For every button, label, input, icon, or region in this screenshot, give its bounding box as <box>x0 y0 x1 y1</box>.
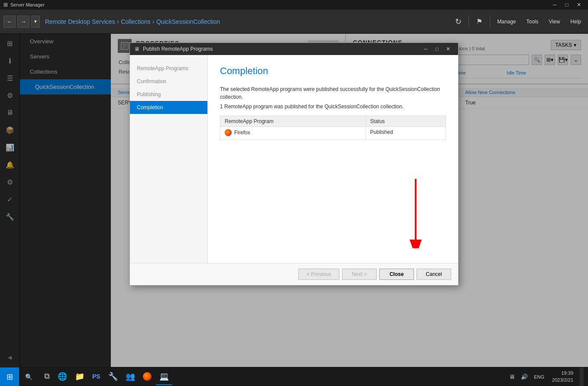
users-icon: 👥 <box>126 372 135 381</box>
taskview-icon: ⧉ <box>44 372 50 381</box>
view-menu-button[interactable]: View <box>546 17 564 26</box>
tray-corner-button[interactable] <box>579 367 584 386</box>
ie-icon: 🌐 <box>58 372 67 381</box>
wizard-steps: RemoteApp Programs Confirmation Publishi… <box>130 55 208 263</box>
manage-menu-button[interactable]: Manage <box>494 17 519 26</box>
back-button[interactable]: ← <box>3 16 16 28</box>
tools-menu-button[interactable]: Tools <box>523 17 542 26</box>
wizard-step-completion: Completion <box>130 101 207 114</box>
publish-remoteapp-dialog: 🖥 Publish RemoteApp Programs ─ □ ✕ Remot… <box>129 42 459 285</box>
modal-title-icon: 🖥 <box>134 46 139 52</box>
flag-button[interactable]: ⚑ <box>472 15 486 29</box>
taskbar-item-users[interactable]: 👥 <box>122 369 139 385</box>
tray-clock[interactable]: 19:39 2023/2/21 <box>549 370 577 383</box>
powershell-icon: PS <box>92 373 100 380</box>
taskbar-item-explorer[interactable]: 📁 <box>71 369 88 385</box>
tray-volume-icon[interactable]: 🔊 <box>519 372 530 382</box>
start-button[interactable]: ⊞ <box>0 367 19 386</box>
result-row: Firefox Published <box>220 127 446 140</box>
result-status: Published <box>365 127 446 140</box>
app-title: Server Manager <box>10 2 549 7</box>
taskbar-item-servermanager[interactable]: 💻 <box>156 369 172 385</box>
taskbar-item-tools[interactable]: 🔧 <box>105 369 121 385</box>
completion-message: The selected RemoteApp programs were pub… <box>220 85 446 101</box>
breadcrumb-qsc[interactable]: QuickSessionCollection <box>156 18 220 25</box>
minimize-button[interactable]: ─ <box>549 1 560 9</box>
modal-minimize-button[interactable]: ─ <box>420 45 431 53</box>
wizard-step-confirmation: Confirmation <box>130 75 207 88</box>
modal-close-button[interactable]: ✕ <box>443 45 454 53</box>
result-program: Firefox <box>220 127 366 140</box>
help-menu-button[interactable]: Help <box>567 17 585 26</box>
search-button[interactable]: 🔍 <box>19 367 38 386</box>
annotation-arrow <box>390 179 442 248</box>
modal-footer: < Previous Next > Close Cancel <box>130 263 458 285</box>
refresh-button[interactable]: ↻ <box>451 15 465 29</box>
wizard-step-publishing: Publishing <box>130 88 207 101</box>
completion-title: Completion <box>220 65 446 77</box>
cancel-button[interactable]: Cancel <box>417 269 451 280</box>
close-button[interactable]: ✕ <box>573 1 585 9</box>
wizard-step-remoteapp: RemoteApp Programs <box>130 62 207 75</box>
dropdown-nav-button[interactable]: ▼ <box>31 16 40 28</box>
forward-button[interactable]: → <box>17 16 29 28</box>
breadcrumb: Remote Desktop Services › Collections › … <box>45 18 451 26</box>
breadcrumb-collections[interactable]: Collections <box>121 18 150 25</box>
taskbar-item-powershell[interactable]: PS <box>89 369 104 385</box>
tray-lang-icon[interactable]: ENG <box>532 373 546 381</box>
app-icon: ⊞ <box>3 2 8 8</box>
maximize-button[interactable]: □ <box>561 1 572 9</box>
taskbar-item-firefox[interactable] <box>139 369 155 385</box>
firefox-taskbar-icon <box>143 372 152 381</box>
firefox-icon <box>225 129 232 136</box>
breadcrumb-rds[interactable]: Remote Desktop Services <box>45 18 115 25</box>
modal-maximize-button[interactable]: □ <box>431 45 443 53</box>
taskbar-item-ie[interactable]: 🌐 <box>54 369 71 385</box>
results-col-status: Status <box>365 116 446 127</box>
breadcrumb-sep1: › <box>117 18 119 26</box>
tray-network-icon[interactable]: 🖥 <box>507 372 517 382</box>
taskbar-item-taskview[interactable]: ⧉ <box>41 369 53 385</box>
modal-title: Publish RemoteApp Programs <box>143 46 420 52</box>
servermanager-icon: 💻 <box>159 372 169 381</box>
next-button[interactable]: Next > <box>342 269 377 280</box>
results-col-program: RemoteApp Program <box>220 116 366 127</box>
modal-close-action-button[interactable]: Close <box>379 269 414 280</box>
breadcrumb-sep2: › <box>152 18 155 26</box>
completion-count: 1 RemoteApp program was published for th… <box>220 104 446 110</box>
modal-overlay: 🖥 Publish RemoteApp Programs ─ □ ✕ Remot… <box>0 34 588 367</box>
tools-icon: 🔧 <box>108 372 118 381</box>
explorer-icon: 📁 <box>75 372 84 381</box>
results-table: RemoteApp Program Status Firefox <box>220 116 446 140</box>
previous-button[interactable]: < Previous <box>298 269 339 280</box>
